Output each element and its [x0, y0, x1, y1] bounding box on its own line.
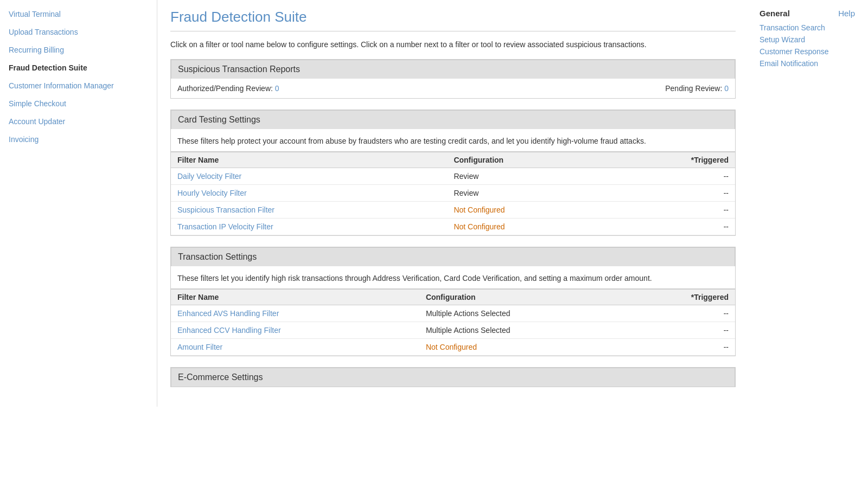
sidebar-item-invoicing[interactable]: Invoicing	[0, 131, 157, 149]
col-triggered-1: *Triggered	[608, 152, 735, 168]
filter-configuration: Not Configured	[447, 219, 608, 235]
table-row: Hourly Velocity FilterReview--	[171, 185, 735, 202]
filter-triggered: --	[608, 185, 735, 202]
sidebar-item-virtual-terminal[interactable]: Virtual Terminal	[0, 5, 157, 23]
col-triggered-2: *Triggered	[627, 290, 735, 305]
filter-triggered: --	[608, 202, 735, 219]
right-panel-link-setup-wizard[interactable]: Setup Wizard	[760, 35, 857, 44]
filter-configuration: Review	[447, 168, 608, 185]
filter-configuration: Not Configured	[447, 202, 608, 219]
table-row: Daily Velocity FilterReview--	[171, 168, 735, 185]
authorized-label: Authorized/Pending Review: 0	[177, 84, 279, 93]
sidebar-item-fraud-detection-suite: Fraud Detection Suite	[0, 59, 157, 77]
ecommerce-section: E-Commerce Settings	[170, 367, 736, 387]
suspicious-section-header: Suspicious Transaction Reports	[171, 60, 735, 79]
filter-configuration: Not Configured	[419, 339, 627, 356]
sidebar: Virtual TerminalUpload TransactionsRecur…	[0, 0, 157, 407]
reports-row: Authorized/Pending Review: 0 Pending Rev…	[171, 79, 735, 98]
right-panel-link-customer-response[interactable]: Customer Response	[760, 47, 857, 56]
sidebar-item-customer-information-manager[interactable]: Customer Information Manager	[0, 77, 157, 95]
card-testing-table: Filter Name Configuration *Triggered Dai…	[171, 152, 735, 235]
col-configuration-2: Configuration	[419, 290, 627, 305]
transaction-settings-header: Transaction Settings	[171, 247, 735, 266]
transaction-settings-section: Transaction Settings These filters let y…	[170, 247, 736, 356]
filter-triggered: --	[627, 305, 735, 322]
table-row: Enhanced AVS Handling FilterMultiple Act…	[171, 305, 735, 322]
sidebar-item-recurring-billing[interactable]: Recurring Billing	[0, 41, 157, 59]
pending-value-link[interactable]: 0	[724, 84, 729, 93]
page-description: Click on a filter or tool name below to …	[170, 39, 736, 50]
transaction-settings-description: These filters let you identify high risk…	[171, 266, 735, 289]
filter-name-link[interactable]: Transaction IP Velocity Filter	[171, 219, 447, 235]
pending-label: Pending Review: 0	[665, 84, 729, 93]
filter-configuration: Review	[447, 185, 608, 202]
authorized-value-link[interactable]: 0	[275, 84, 279, 93]
card-testing-header: Card Testing Settings	[171, 110, 735, 129]
filter-triggered: --	[608, 168, 735, 185]
table-row: Transaction IP Velocity FilterNot Config…	[171, 219, 735, 235]
filter-triggered: --	[627, 322, 735, 339]
filter-triggered: --	[608, 219, 735, 235]
filter-configuration: Multiple Actions Selected	[419, 305, 627, 322]
filter-name-link[interactable]: Suspicious Transaction Filter	[171, 202, 447, 219]
ecommerce-header: E-Commerce Settings	[171, 368, 735, 387]
filter-name-link[interactable]: Hourly Velocity Filter	[171, 185, 447, 202]
right-panel-link-email-notification[interactable]: Email Notification	[760, 59, 857, 68]
transaction-settings-table: Filter Name Configuration *Triggered Enh…	[171, 289, 735, 356]
col-filter-name-2: Filter Name	[171, 290, 419, 305]
col-configuration-1: Configuration	[447, 152, 608, 168]
filter-name-link[interactable]: Daily Velocity Filter	[171, 168, 447, 185]
card-testing-description: These filters help protect your account …	[171, 129, 735, 152]
table-row: Enhanced CCV Handling FilterMultiple Act…	[171, 322, 735, 339]
help-link[interactable]: Help	[838, 9, 855, 18]
sidebar-item-upload-transactions[interactable]: Upload Transactions	[0, 23, 157, 41]
filter-triggered: --	[627, 339, 735, 356]
table-row: Suspicious Transaction FilterNot Configu…	[171, 202, 735, 219]
table-row: Amount FilterNot Configured--	[171, 339, 735, 356]
filter-name-link[interactable]: Enhanced AVS Handling Filter	[171, 305, 419, 322]
suspicious-section: Suspicious Transaction Reports Authorize…	[170, 59, 736, 99]
col-filter-name-1: Filter Name	[171, 152, 447, 168]
filter-configuration: Multiple Actions Selected	[419, 322, 627, 339]
right-panel: General Transaction SearchSetup WizardCu…	[749, 0, 868, 407]
page-title: Fraud Detection Suite	[170, 9, 736, 25]
right-panel-links: Transaction SearchSetup WizardCustomer R…	[760, 23, 857, 68]
sidebar-item-simple-checkout[interactable]: Simple Checkout	[0, 95, 157, 113]
title-divider	[170, 31, 736, 31]
card-testing-section: Card Testing Settings These filters help…	[170, 110, 736, 236]
sidebar-item-account-updater[interactable]: Account Updater	[0, 113, 157, 131]
main-content: Fraud Detection Suite Click on a filter …	[157, 0, 749, 407]
filter-name-link[interactable]: Amount Filter	[171, 339, 419, 356]
filter-name-link[interactable]: Enhanced CCV Handling Filter	[171, 322, 419, 339]
right-panel-link-transaction-search[interactable]: Transaction Search	[760, 23, 857, 32]
